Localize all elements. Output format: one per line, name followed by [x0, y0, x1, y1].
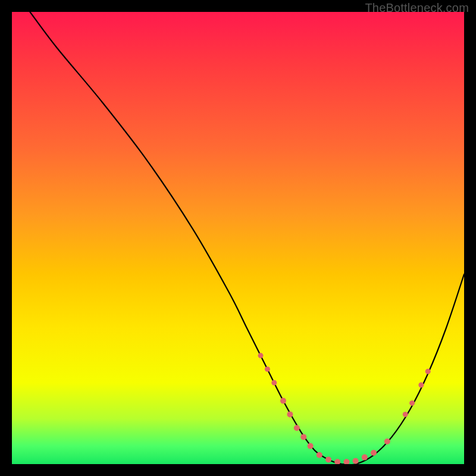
data-marker	[308, 443, 314, 449]
chart-frame	[12, 12, 464, 464]
data-marker	[294, 425, 300, 431]
data-marker	[362, 455, 368, 461]
data-marker	[384, 439, 390, 444]
data-marker	[287, 411, 293, 417]
data-marker	[265, 367, 270, 372]
chart-svg	[12, 12, 464, 464]
data-marker	[353, 458, 359, 464]
data-marker	[258, 353, 264, 358]
data-marker	[271, 380, 277, 386]
data-marker	[300, 434, 306, 440]
data-marker	[418, 383, 424, 388]
data-markers	[258, 353, 431, 464]
data-marker	[343, 459, 349, 464]
data-marker	[425, 369, 431, 374]
plot-area	[12, 12, 464, 464]
data-marker	[409, 400, 415, 406]
watermark-text: TheBottleneck.com	[365, 1, 469, 15]
bottleneck-curve	[30, 12, 464, 464]
data-marker	[317, 452, 322, 458]
data-marker	[325, 456, 331, 462]
data-marker	[371, 450, 377, 456]
data-marker	[403, 412, 408, 417]
data-marker	[280, 398, 286, 404]
data-marker	[334, 459, 340, 464]
